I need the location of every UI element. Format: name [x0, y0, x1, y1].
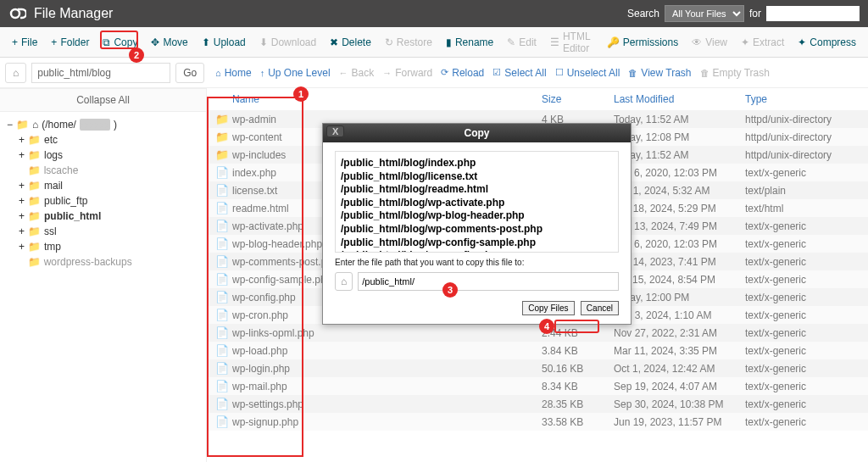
tree-item[interactable]: +📁public_html	[7, 209, 199, 224]
rename-icon: ▮	[446, 36, 452, 48]
dialog-file-list[interactable]: /public_html/blog/index.php/public_html/…	[335, 151, 619, 253]
compress-button[interactable]: ✦Compress	[791, 33, 863, 52]
tree-item[interactable]: +📁mail	[7, 178, 199, 193]
home-link[interactable]: ⌂ Home	[215, 67, 252, 79]
file-type: text/x-generic	[745, 381, 860, 392]
restore-button[interactable]: ↻Restore	[378, 33, 439, 52]
tree-item[interactable]: 📁lscache	[7, 163, 199, 178]
search-scope-select[interactable]: All Your Files	[665, 5, 744, 22]
search-for-label: for	[749, 8, 761, 19]
file-modified: Sep 30, 2024, 10:38 PM	[614, 398, 745, 410]
file-icon: 📄	[215, 398, 232, 410]
app-header: File Manager Search All Your Files for	[0, 0, 868, 27]
restore-icon: ↻	[385, 36, 393, 48]
toolbar: +File +Folder ⧉Copy ✥Move ⬆Upload ⬇Downl…	[0, 27, 868, 58]
col-name[interactable]: Name	[215, 93, 542, 105]
file-modified: Today, 12:00 PM	[614, 292, 745, 303]
select-all-button[interactable]: ☑ Select All	[492, 67, 546, 79]
file-type: text/x-generic	[745, 327, 860, 339]
file-name: wp-signup.php	[232, 416, 542, 428]
collapse-all-button[interactable]: Collapse All	[0, 88, 206, 112]
download-button[interactable]: ⬇Download	[253, 33, 323, 52]
copy-icon: ⧉	[103, 36, 110, 48]
table-row[interactable]: 📄wp-links-opml.php2.44 KBNov 27, 2022, 2…	[207, 324, 868, 342]
file-modified: Oct 1, 2024, 12:42 AM	[614, 363, 745, 375]
file-type: httpd/unix-directory	[745, 131, 860, 143]
upload-button[interactable]: ⬆Upload	[195, 33, 253, 52]
tree-item[interactable]: +📁public_ftp	[7, 193, 199, 209]
file-size: 3.84 KB	[542, 345, 614, 357]
file-size: 8.34 KB	[542, 381, 614, 392]
file-modified: Feb 13, 2024, 7:49 PM	[614, 220, 745, 232]
destination-input[interactable]	[358, 272, 619, 291]
rename-button[interactable]: ▮Rename	[439, 33, 500, 52]
file-type: text/x-generic	[745, 363, 860, 375]
delete-button[interactable]: ✖Delete	[323, 33, 378, 52]
view-button[interactable]: 👁View	[685, 33, 734, 52]
home-icon-button[interactable]: ⌂	[5, 63, 26, 83]
table-row[interactable]: 📄wp-settings.php28.35 KBSep 30, 2024, 10…	[207, 395, 868, 413]
upload-icon: ⬆	[202, 36, 210, 48]
view-trash-button[interactable]: 🗑 View Trash	[628, 67, 691, 79]
tree-item[interactable]: 📁wordpress-backups	[7, 254, 199, 270]
pencil-icon: ✎	[507, 36, 515, 48]
table-row[interactable]: 📄wp-login.php50.16 KBOct 1, 2024, 12:42 …	[207, 359, 868, 377]
file-size: 50.16 KB	[542, 363, 614, 375]
cancel-button[interactable]: Cancel	[581, 301, 619, 315]
html-editor-button[interactable]: ☰HTML Editor	[543, 27, 600, 58]
file-type: text/x-generic	[745, 238, 860, 250]
delete-icon: ✖	[330, 36, 338, 48]
edit-button[interactable]: ✎Edit	[500, 33, 543, 52]
file-type: text/plain	[745, 185, 860, 197]
column-headers: Name Size Last Modified Type	[207, 88, 868, 110]
path-input[interactable]	[31, 63, 170, 83]
dialog-title-bar: X Copy	[323, 124, 631, 142]
tree-item[interactable]: +📁logs	[7, 148, 199, 163]
folder-button[interactable]: +Folder	[44, 33, 96, 52]
copy-files-button[interactable]: Copy Files	[522, 301, 574, 315]
file-modified: Oct 15, 2024, 8:54 PM	[614, 274, 745, 286]
move-icon: ✥	[151, 36, 159, 48]
table-row[interactable]: 📄wp-signup.php33.58 KBJun 19, 2023, 11:5…	[207, 413, 868, 431]
eye-icon: 👁	[692, 36, 702, 48]
tree-item[interactable]: +📁tmp	[7, 239, 199, 254]
sidebar: Collapse All −📁⌂(/home/xxxxxx)+📁etc+📁log…	[0, 88, 207, 462]
tree-item[interactable]: +📁etc	[7, 132, 199, 148]
file-type: text/x-generic	[745, 274, 860, 286]
move-button[interactable]: ✥Move	[144, 33, 194, 52]
search-input[interactable]	[766, 6, 860, 21]
file-icon: 📄	[215, 202, 232, 214]
file-type: text/x-generic	[745, 416, 860, 428]
empty-trash-button[interactable]: 🗑 Empty Trash	[700, 67, 770, 79]
back-button[interactable]: ← Back	[339, 67, 375, 79]
col-type[interactable]: Type	[745, 93, 860, 105]
file-icon: 📄	[215, 184, 232, 197]
forward-button[interactable]: → Forward	[382, 67, 432, 79]
go-button[interactable]: Go	[175, 63, 204, 83]
col-modified[interactable]: Last Modified	[614, 93, 745, 105]
file-size: 33.58 KB	[542, 416, 614, 428]
extract-button[interactable]: ✦Extract	[734, 33, 791, 52]
file-icon: 📄	[215, 166, 232, 179]
folder-icon: 📁	[215, 148, 232, 161]
permissions-button[interactable]: 🔑Permissions	[600, 33, 685, 52]
reload-button[interactable]: ⟳ Reload	[441, 67, 484, 79]
table-row[interactable]: 📄wp-load.php3.84 KBMar 11, 2024, 3:35 PM…	[207, 342, 868, 359]
tree-item[interactable]: +📁ssl	[7, 224, 199, 239]
subbar: ⌂ Go ⌂ Home ↑ Up One Level ← Back → Forw…	[0, 58, 868, 88]
dialog-close-button[interactable]: X	[326, 125, 344, 137]
file-modified: Aug 3, 2024, 1:10 AM	[614, 309, 745, 321]
file-button[interactable]: +File	[5, 33, 44, 52]
col-size[interactable]: Size	[542, 93, 614, 105]
tree-root[interactable]: −📁⌂(/home/xxxxxx)	[7, 117, 199, 132]
table-row[interactable]: 📄wp-mail.php8.34 KBSep 19, 2024, 4:07 AM…	[207, 377, 868, 395]
file-type: httpd/unix-directory	[745, 114, 860, 125]
copy-button[interactable]: ⧉Copy	[96, 33, 144, 52]
file-modified: Today, 11:52 AM	[614, 149, 745, 161]
file-name: wp-settings.php	[232, 398, 542, 410]
download-icon: ⬇	[259, 36, 268, 48]
plus-icon: +	[12, 36, 18, 48]
file-type: httpd/unix-directory	[745, 149, 860, 161]
up-one-level[interactable]: ↑ Up One Level	[260, 67, 331, 79]
unselect-all-button[interactable]: ☐ Unselect All	[555, 67, 620, 79]
